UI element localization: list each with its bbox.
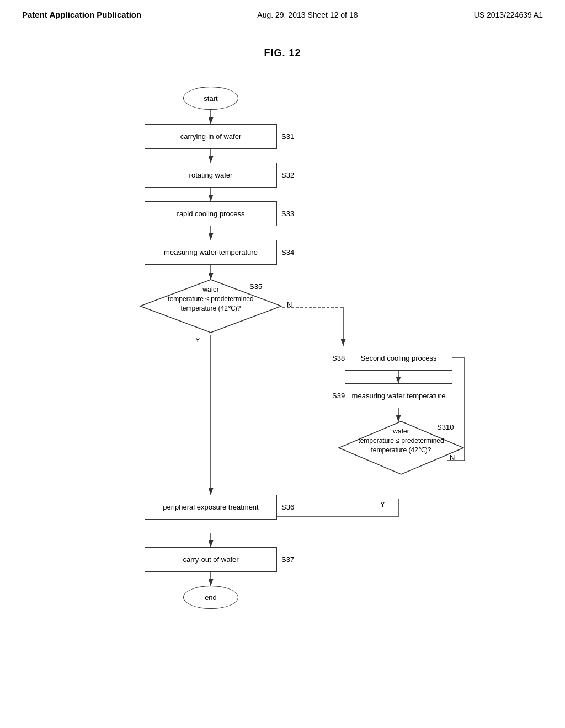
step-s33-box: rapid cooling process [145, 201, 277, 226]
step-s39-label: measuring wafer temperature [352, 392, 446, 400]
step-s38-step: S38 [332, 354, 345, 362]
start-oval: start [183, 87, 238, 110]
step-s310-diamond: wafertemperature ≤ predeterminedtemperat… [338, 420, 465, 475]
header-patent-number: US 2013/224639 A1 [474, 10, 543, 19]
step-s39-step: S39 [332, 392, 345, 400]
step-s38-label: Second cooling process [360, 354, 436, 362]
end-label: end [205, 593, 217, 602]
step-s32-box: rotating wafer [145, 163, 277, 188]
step-s38-box: Second cooling process [345, 346, 452, 371]
step-s32-step: S32 [281, 171, 294, 179]
figure-area: FIG. 12 [0, 25, 565, 671]
s35-n-label: N [287, 301, 292, 309]
s35-y-label: Y [195, 336, 200, 344]
step-s35-label: wafertemperature ≤ predeterminedtemperat… [168, 286, 253, 312]
step-s37-box: carry-out of wafer [145, 547, 277, 572]
step-s36-step: S36 [281, 503, 294, 511]
step-s37-label: carry-out of wafer [183, 555, 238, 564]
step-s31-box: carrying-in of wafer [145, 124, 277, 149]
step-s33-step: S33 [281, 210, 294, 218]
step-s36-label: peripheral exposure treatment [163, 503, 258, 511]
step-s35-diamond: wafertemperature ≤ predeterminedtemperat… [139, 279, 282, 334]
step-s34-step: S34 [281, 248, 294, 256]
header-publication: Patent Application Publication [22, 10, 141, 19]
s310-y-label: Y [380, 500, 385, 508]
step-s32-label: rotating wafer [189, 171, 233, 179]
header-date-sheet: Aug. 29, 2013 Sheet 12 of 18 [257, 10, 358, 19]
step-s31-step: S31 [281, 132, 294, 141]
page-header: Patent Application Publication Aug. 29, … [0, 0, 565, 25]
step-s34-label: measuring wafer temperature [164, 248, 258, 256]
step-s37-step: S37 [281, 555, 294, 564]
step-s31-label: carrying-in of wafer [180, 132, 242, 141]
step-s33-label: rapid cooling process [177, 210, 245, 218]
end-oval: end [183, 586, 238, 609]
step-s39-box: measuring wafer temperature [345, 383, 452, 408]
step-s34-box: measuring wafer temperature [145, 240, 277, 265]
figure-title: FIG. 12 [264, 47, 301, 59]
step-s36-box: peripheral exposure treatment [145, 495, 277, 520]
flowchart: start carrying-in of wafer S31 rotating … [89, 76, 476, 660]
start-label: start [204, 94, 217, 103]
step-s310-label: wafertemperature ≤ predeterminedtemperat… [358, 427, 444, 454]
